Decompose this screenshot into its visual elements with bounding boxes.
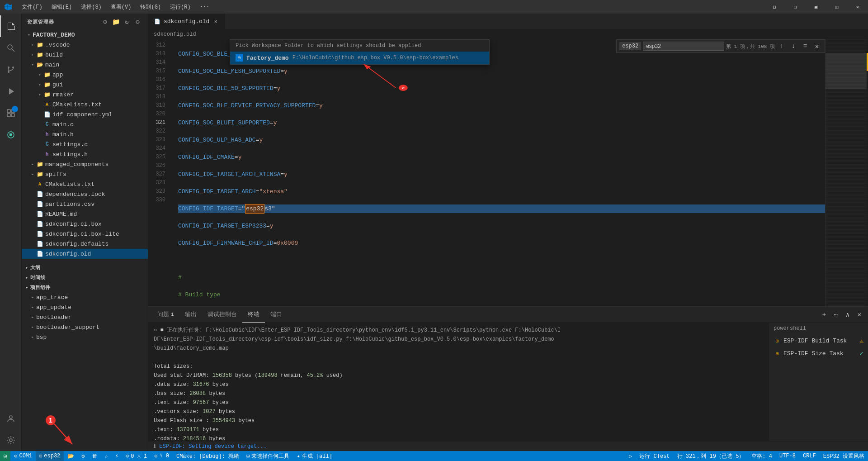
status-esp32[interactable]: ⊡ esp32 — [36, 451, 64, 461]
menu-goto[interactable]: 转到(G) — [137, 2, 165, 12]
layout-button[interactable]: ▣ — [806, 0, 826, 14]
tree-item-readme[interactable]: ▸ 📄 README.md — [22, 209, 148, 219]
tree-item-rmaker[interactable]: ▸ 📁 rmaker — [22, 90, 148, 100]
tree-item-idf-component[interactable]: ▸ 📄 idf_component.yml — [22, 109, 148, 119]
status-trash-icon[interactable]: 🗑 — [89, 451, 101, 461]
terminal-flash-text: .text: 1370171 bytes — [154, 426, 763, 434]
tree-item-spiffs[interactable]: ▸ 📁 spiffs — [22, 169, 148, 179]
activity-accounts[interactable] — [0, 408, 22, 429]
activity-explorer[interactable] — [0, 15, 22, 37]
status-line-ending[interactable]: CRLF — [799, 451, 820, 461]
split-button[interactable]: ◫ — [826, 0, 847, 14]
minimap-slider[interactable] — [826, 53, 868, 89]
terminal-area[interactable]: ○ ■ 正在执行任务: F:\HoloCubic\IDF\Enter_ESP-I… — [148, 323, 769, 441]
new-file-icon[interactable]: ⊕ — [101, 17, 110, 26]
panel-tab-terminal[interactable]: 终端 — [242, 307, 265, 323]
find-next-button[interactable]: ↓ — [788, 41, 798, 51]
tree-item-sdkcilite[interactable]: ▸ 📄 sdkconfig.ci.box-lite — [22, 229, 148, 239]
tree-item-main[interactable]: ▾ 📂 main — [22, 60, 148, 70]
panel-more-button[interactable]: ⋯ — [831, 309, 841, 319]
tree-item-mainh[interactable]: ▸ h main.h — [22, 129, 148, 139]
menu-select[interactable]: 选择(S) — [77, 2, 105, 12]
panel-tab-output[interactable]: 输出 — [179, 307, 202, 323]
workspace-picker-item-factory[interactable]: ⊞ factory_demo F:\HoloCubic\github_esp_b… — [230, 52, 489, 64]
activity-esp-idf[interactable] — [0, 124, 22, 146]
status-cursor-pos[interactable]: 行 321，列 19（已选 5） — [674, 451, 748, 461]
tree-item-appupdate[interactable]: ▸ app_update — [22, 302, 148, 312]
task-item-build[interactable]: ⊞ ESP-IDF Build Task ⚠ — [769, 334, 868, 347]
panel-tab-ports[interactable]: 端口 — [265, 307, 288, 323]
tree-item-settingsc[interactable]: ▸ C settings.c — [22, 139, 148, 149]
status-settings-icon[interactable]: ⚙ — [78, 451, 88, 461]
tree-item-bootloadersupport[interactable]: ▸ bootloader_support — [22, 322, 148, 332]
activity-run-debug[interactable] — [0, 81, 22, 102]
panel-tab-problems[interactable]: 问题 1 — [152, 307, 179, 323]
tree-item-mainc[interactable]: ▸ C main.c — [22, 119, 148, 129]
tree-item-partitions[interactable]: ▸ 📄 partitions.csv — [22, 199, 148, 209]
panel-add-button[interactable]: ＋ — [819, 309, 829, 319]
tree-item-deplock[interactable]: ▸ 📄 dependencies.lock — [22, 189, 148, 199]
menu-file[interactable]: 文件(F) — [18, 2, 46, 12]
tree-item-vscode[interactable]: ▸ 📁 .vscode — [22, 40, 148, 50]
status-remote[interactable]: ⊞ — [0, 451, 10, 461]
code-content[interactable]: CONFIG_SOC_BLE_SUPPORTED=y CONFIG_SOC_BL… — [171, 39, 825, 306]
tree-item-cmakeroot[interactable]: ▸ A CMakeLists.txt — [22, 179, 148, 189]
status-run-ctest[interactable]: 运行 CTest — [636, 451, 673, 461]
task-item-size[interactable]: ⊞ ESP-IDF Size Task ✓ — [769, 347, 868, 360]
tree-item-gui[interactable]: ▸ 📁 gui — [22, 80, 148, 90]
tree-item-apptrace[interactable]: ▸ app_trace — [22, 292, 148, 302]
status-build[interactable]: ✦ 生成 [all] — [293, 451, 335, 461]
section-header-timeline[interactable]: ▸ 时间线 — [22, 272, 148, 282]
status-spaces[interactable]: 空格: 4 — [748, 451, 776, 461]
tree-item-build[interactable]: ▸ 📁 build — [22, 50, 148, 60]
activity-search[interactable] — [0, 37, 22, 59]
tree-item-cmakemain[interactable]: ▸ A CMakeLists.txt — [22, 100, 148, 109]
refresh-icon[interactable]: ↻ — [123, 17, 132, 26]
menu-run[interactable]: 运行(R) — [166, 2, 194, 12]
status-errors[interactable]: ⊙ 0 △ 1 — [122, 451, 151, 461]
status-cmake[interactable]: CMake: [Debug]: 就绪 — [173, 451, 243, 461]
collapse-all-icon[interactable]: ⊖ — [133, 17, 142, 26]
panel-maximize-button[interactable]: ∧ — [843, 309, 853, 319]
status-folder-icon[interactable]: 📂 — [64, 451, 78, 461]
status-lightning-icon[interactable]: ⚡ — [112, 451, 122, 461]
find-prev-button[interactable]: ↑ — [777, 41, 787, 51]
section-header-components[interactable]: ▾ 项目组件 — [22, 282, 148, 292]
status-language[interactable]: ESP32 设置风格 — [820, 451, 868, 461]
new-folder-icon[interactable]: 📁 — [112, 17, 121, 26]
notification-text[interactable]: ESP-IDF: Setting device target... — [159, 443, 267, 450]
tree-item-sdkci[interactable]: ▸ 📄 sdkconfig.ci.box — [22, 219, 148, 229]
code-editor[interactable]: 312 313 314 315 316 317 318 319 320 321 … — [148, 39, 868, 306]
tree-root-folder[interactable]: ▾ FACTORY_DEMO — [22, 30, 148, 40]
activity-settings[interactable] — [0, 429, 22, 451]
tab-sdkconfig-old[interactable]: 📄 sdkconfig.old ✕ — [148, 14, 225, 29]
tree-item-sdkdefaults[interactable]: ▸ 📄 sdkconfig.defaults — [22, 239, 148, 249]
tree-item-app[interactable]: ▸ 📁 app — [22, 70, 148, 80]
status-no-tools[interactable]: ⊞ 未选择任何工具 — [243, 451, 293, 461]
tree-item-sdkold[interactable]: ▸ 📄 sdkconfig.old — [22, 249, 148, 259]
tree-item-bsp[interactable]: ▸ bsp — [22, 332, 148, 342]
status-play[interactable]: ▷ — [625, 451, 636, 461]
tree-item-managed[interactable]: ▸ 📁 managed_components — [22, 159, 148, 169]
activity-extensions[interactable] — [0, 102, 22, 124]
section-header-outline[interactable]: ▸ 大纲 — [22, 262, 148, 272]
tree-item-settingsh[interactable]: ▸ h settings.h — [22, 149, 148, 159]
minimize-button[interactable]: ⊟ — [764, 0, 785, 14]
tab-close-button[interactable]: ✕ — [212, 18, 219, 25]
status-com1[interactable]: ⊙ COM1 — [10, 451, 36, 461]
status-warnings[interactable]: ⊙ ⑊ 0 — [151, 451, 173, 461]
menu-view[interactable]: 查看(V) — [107, 2, 135, 12]
tree-item-bootloader[interactable]: ▸ bootloader — [22, 312, 148, 322]
status-encoding[interactable]: UTF-8 — [776, 451, 799, 461]
menu-more[interactable]: ··· — [196, 3, 213, 11]
close-button[interactable]: ✕ — [847, 0, 868, 14]
find-input[interactable] — [643, 42, 724, 51]
find-close-button[interactable]: ✕ — [812, 41, 822, 51]
panel-tab-debug[interactable]: 调试控制台 — [202, 307, 242, 323]
status-star-icon[interactable]: ☆ — [101, 451, 112, 461]
panel-close-button[interactable]: ✕ — [854, 309, 864, 319]
menu-edit[interactable]: 编辑(E) — [48, 2, 76, 12]
activity-source-control[interactable] — [0, 59, 22, 81]
maximize-button[interactable]: ❐ — [785, 0, 806, 14]
find-expand-button[interactable]: ≡ — [800, 41, 810, 51]
